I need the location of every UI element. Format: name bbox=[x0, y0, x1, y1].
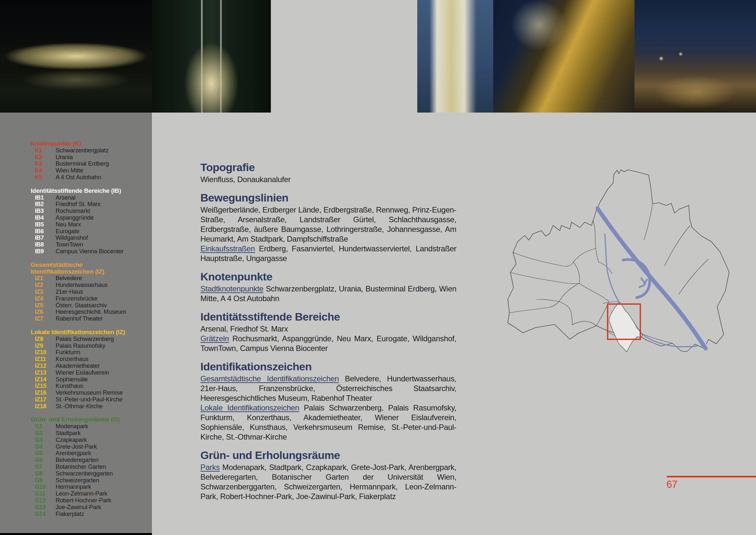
legend-item-label: Schwarzenberggarten bbox=[56, 470, 113, 477]
legend-item-code: IZ15 bbox=[35, 383, 56, 389]
lead-term: Grätzeln bbox=[201, 334, 229, 343]
legend-rows: K1SchwarzenbergplatzK2UraniaK3Bustermina… bbox=[31, 147, 146, 181]
legend-section-title: Gesamtstädtische Identifikationszeichen … bbox=[31, 262, 146, 275]
legend-item-label: Belvederegarten bbox=[56, 457, 98, 464]
legend-item-label: Czapkapark bbox=[56, 437, 87, 443]
legend-rows: G1ModenaparkG2StadtparkG3CzapkaparkG4Gre… bbox=[31, 423, 146, 517]
legend-item-code: G14 bbox=[35, 511, 56, 518]
legend-item-code: K3 bbox=[35, 160, 56, 167]
legend-item-label: Sophiensäle bbox=[56, 376, 88, 383]
legend-item-label: Robert-Hochner-Park bbox=[56, 497, 111, 504]
legend-item: IZ321er-Haus bbox=[31, 289, 146, 295]
lead-term: Stadtknotenpunkte bbox=[201, 284, 263, 293]
legend-item: G14Fiakerplatz bbox=[31, 511, 146, 518]
legend-item-label: Verkehrsmuseum Remise bbox=[56, 389, 123, 396]
body-paragraph: Lokale Identifikationszeichen Palais Sch… bbox=[201, 403, 456, 442]
legend-item-code: IZ9 bbox=[35, 343, 56, 349]
legend-item-label: Leon-Zelmann-Park bbox=[56, 491, 107, 497]
legend-item-label: Funkturm bbox=[56, 349, 80, 356]
section-heading: Bewegungslinien bbox=[201, 191, 456, 204]
legend-item-label: Busterminal Erdberg bbox=[56, 160, 109, 167]
legend-item: IB7Wildganshof bbox=[31, 235, 146, 241]
legend-item-label: Schweizergarten bbox=[56, 477, 99, 484]
legend-item-label: Palais Schwarzenberg bbox=[56, 336, 114, 343]
legend-item: K4Wien Mitte bbox=[31, 167, 146, 174]
body-paragraph: Wienfluss, Donaukanalufer bbox=[201, 175, 456, 184]
legend-item-code: G1 bbox=[35, 423, 56, 430]
text-section: Identifikationszeichen Gesamtstädtische … bbox=[201, 360, 456, 442]
legend-item-label: Botanischer Garten bbox=[56, 464, 106, 470]
body-paragraph: Gesamtstädtische Identifikationszeichen … bbox=[201, 374, 456, 403]
legend-item: IZ8Palais Schwarzenberg bbox=[31, 336, 146, 343]
body-paragraph: Weißgerberlände, Erdberger Lände, Erdber… bbox=[201, 205, 456, 244]
legend-item: IZ5Österr. Staatsarchiv bbox=[31, 302, 146, 309]
legend-item: IB9Campus Vienna Biocenter bbox=[31, 248, 146, 255]
legend-item-label: Arsenal bbox=[56, 194, 75, 201]
section-heading: Identitätsstiftende Bereiche bbox=[201, 311, 456, 323]
legend-item: G13Joe-Zawinul-Park bbox=[31, 504, 146, 511]
legend-item-label: Rabenhof Theater bbox=[56, 315, 103, 322]
legend-item-label: Akademietheater bbox=[56, 363, 100, 369]
legend-item-code: K4 bbox=[35, 167, 56, 174]
legend-item: IZ13Wiener Eislaufverein bbox=[31, 369, 146, 376]
legend-item: IZ16Verkehrsmuseum Remise bbox=[31, 389, 146, 396]
lead-term: Einkaufsstraßen bbox=[201, 244, 255, 253]
legend-item: IB5Neu Marx bbox=[31, 221, 146, 228]
legend-item-code: IB8 bbox=[35, 241, 56, 248]
legend-item: IB3Rochusmarkt bbox=[31, 208, 146, 214]
legend-item-code: G5 bbox=[35, 450, 56, 457]
legend-section-title: Knotenpunkte (K) bbox=[31, 140, 146, 147]
legend-item-code: IZ14 bbox=[35, 376, 56, 383]
legend-item-label: Friedhof St. Marx bbox=[56, 201, 100, 208]
main-content: Topografie Wienfluss, Donaukanalufer Bew… bbox=[201, 161, 456, 508]
legend-item-code: IZ13 bbox=[35, 369, 56, 376]
legend-item-label: Arenbergpark bbox=[56, 450, 91, 457]
legend-item: K1Schwarzenbergplatz bbox=[31, 147, 146, 154]
legend-item-code: IZ7 bbox=[35, 315, 56, 322]
legend-item-code: IB3 bbox=[35, 208, 56, 214]
legend-item: K3Busterminal Erdberg bbox=[31, 160, 146, 167]
body-paragraph: Grätzeln Rochusmarkt, Aspanggründe, Neu … bbox=[201, 334, 456, 353]
page-number-rule bbox=[667, 476, 756, 477]
legend-item-code: IB5 bbox=[35, 221, 56, 228]
legend-section: Identitätsstiftende Bereiche (IB) IB1Ars… bbox=[31, 187, 146, 255]
legend-item-code: G11 bbox=[35, 491, 56, 497]
legend-item-label: Campus Vienna Biocenter bbox=[56, 248, 123, 255]
legend-item-code: IZ17 bbox=[35, 396, 56, 403]
legend-item-label: Hundertwasserhaus bbox=[56, 282, 108, 289]
legend-item: IZ18St.-Othmar-Kirche bbox=[31, 403, 146, 410]
legend-item-code: K1 bbox=[35, 147, 56, 154]
photo-wien-river-canal-dusk bbox=[271, 0, 417, 113]
body-paragraph: Stadtknotenpunkte Schwarzenbergplatz, Ur… bbox=[201, 284, 456, 303]
legend-item-label: Stadtpark bbox=[56, 430, 80, 437]
legend-rows: IB1ArsenalIB2Friedhof St. MarxIB3Rochusm… bbox=[31, 194, 146, 255]
legend-item-code: IZ8 bbox=[35, 336, 56, 343]
legend-item: IB1Arsenal bbox=[31, 194, 146, 201]
legend-item: IZ12Akademietheater bbox=[31, 363, 146, 369]
legend-item-code: G2 bbox=[35, 430, 56, 437]
legend-item-code: IB6 bbox=[35, 228, 56, 235]
legend-item-label: Urania bbox=[56, 154, 73, 161]
legend-section: Grün- und Erholungsräume (G) G1Modenapar… bbox=[31, 416, 146, 517]
legend-item-code: IZ3 bbox=[35, 289, 56, 295]
legend-item-label: TownTown bbox=[56, 241, 83, 248]
legend-rows: IZ8Palais SchwarzenbergIZ9Palais Rasumof… bbox=[31, 336, 146, 410]
text-section: Knotenpunkte Stadtknotenpunkte Schwarzen… bbox=[201, 270, 456, 303]
legend-item: K2Urania bbox=[31, 154, 146, 161]
text-section: Topografie Wienfluss, Donaukanalufer bbox=[201, 161, 456, 184]
legend-item-code: IZ5 bbox=[35, 302, 56, 309]
legend-item: IZ9Palais Rasumofsky bbox=[31, 343, 146, 349]
legend-item: G5Arenbergpark bbox=[31, 450, 146, 457]
legend-sections: Knotenpunkte (K) K1SchwarzenbergplatzK2U… bbox=[0, 113, 152, 517]
legend-item-code: G4 bbox=[35, 443, 56, 450]
legend-item: IZ6Heeresgeschichtl. Museum bbox=[31, 309, 146, 315]
legend-item: IZ11Konzerthaus bbox=[31, 356, 146, 363]
legend-item-code: G13 bbox=[35, 504, 56, 511]
section-heading: Topografie bbox=[201, 161, 456, 173]
legend-item-label: Grete-Jost-Park bbox=[56, 443, 97, 450]
legend-section-title: Lokale Identifikationszeichen (IZ) bbox=[31, 329, 146, 336]
legend-item-code: G10 bbox=[35, 484, 56, 491]
legend-item-label: Wiener Eislaufverein bbox=[56, 369, 109, 376]
section-heading: Identifikationszeichen bbox=[201, 360, 456, 373]
legend-section-title: Grün- und Erholungsräume (G) bbox=[31, 416, 146, 423]
